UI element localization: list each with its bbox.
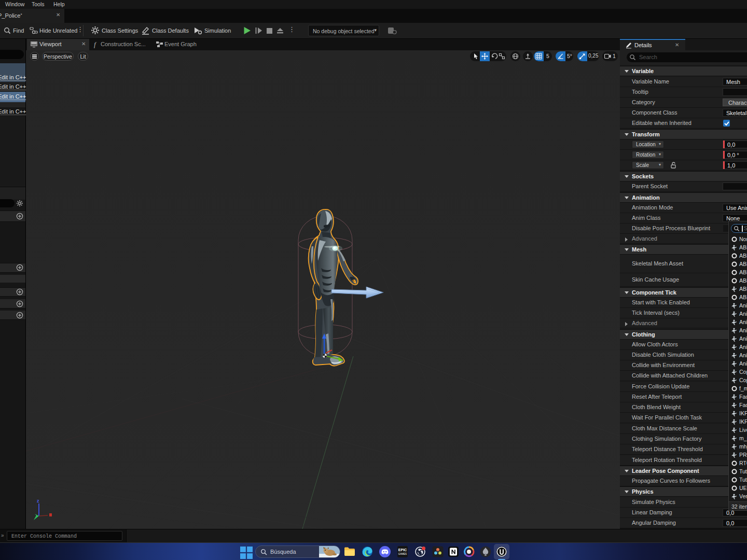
svg-text:EPIC: EPIC	[398, 548, 407, 552]
svg-text:GAMES: GAMES	[398, 553, 407, 555]
svg-text:z: z	[37, 498, 39, 503]
